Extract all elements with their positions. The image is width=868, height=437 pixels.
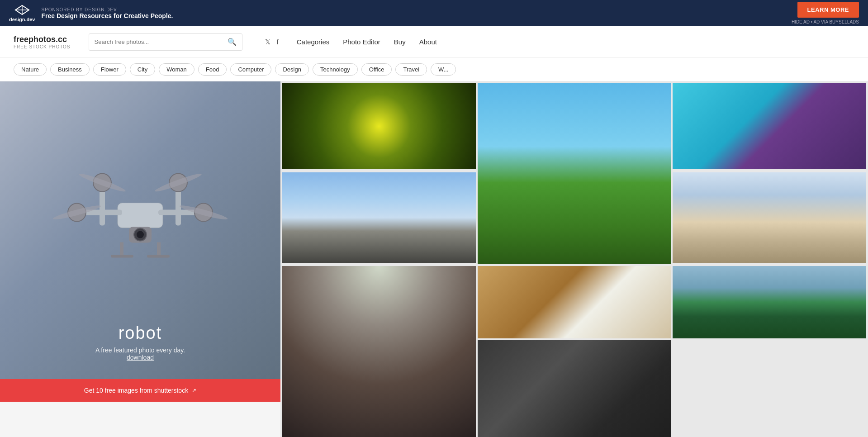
category-tag-office[interactable]: Office [361,63,392,76]
ad-logo: design.dev [9,4,35,22]
photo-lake[interactable] [673,266,866,338]
category-tag-food[interactable]: Food [198,63,227,76]
hero-section: robot A free featured photo every day. d… [0,81,280,379]
nav-categories[interactable]: Categories [297,38,330,46]
design-dev-logo-icon [14,4,30,17]
external-link-icon: ↗ [192,387,196,394]
hero-title: robot [95,323,185,343]
hero-download-link[interactable]: download [95,354,185,361]
photo-trees[interactable] [282,266,476,437]
ad-tagline: Free Design Resources for Creative Peopl… [41,12,173,19]
left-section: robot A free featured photo every day. d… [0,81,280,437]
nav-links: Categories Photo Editor Buy About [297,38,437,46]
ad-logo-text: design.dev [9,17,35,22]
twitter-link[interactable]: 𝕏 [265,38,270,46]
category-tag-technology[interactable]: Technology [313,63,358,76]
ad-left: design.dev SPONSORED BY DESIGN.DEV Free … [9,4,173,22]
category-tag-travel[interactable]: Travel [395,63,427,76]
svg-rect-3 [118,203,163,228]
site-logo[interactable]: freephotos.cc [14,35,67,44]
category-tag-design[interactable]: Design [275,63,308,76]
photo-boardwalk[interactable] [673,172,866,263]
hero-text: robot A free featured photo every day. d… [95,323,185,379]
learn-more-button[interactable]: LEARN MORE [797,2,859,18]
photo-notebook[interactable] [673,83,866,169]
category-tag-w[interactable]: W... [431,63,456,76]
shutterstock-text: Get 10 free images from shutterstock [84,387,188,394]
categories-row: NatureBusinessFlowerCityWomanFoodCompute… [0,58,868,81]
nav-social: 𝕏 f [265,38,279,46]
photo-kiwi[interactable] [282,83,476,169]
search-input[interactable] [89,38,222,45]
svg-rect-19 [120,242,123,256]
content-area: robot A free featured photo every day. d… [0,81,868,437]
shutterstock-bar[interactable]: Get 10 free images from shutterstock ↗ [0,379,280,402]
drone-illustration [32,131,249,303]
nav-about[interactable]: About [419,38,437,46]
sponsored-label: SPONSORED BY DESIGN.DEV [41,7,173,12]
category-tag-computer[interactable]: Computer [230,63,271,76]
site-tagline: FREE STOCK PHOTOS [14,44,71,49]
hero-description: A free featured photo every day. [95,347,185,354]
svg-point-18 [137,231,144,238]
ad-banner: design.dev SPONSORED BY DESIGN.DEV Free … [0,0,868,26]
nav-bar: freephotos.cc FREE STOCK PHOTOS 🔍 𝕏 f Ca… [0,26,868,58]
photo-car[interactable] [478,340,671,437]
category-tag-flower[interactable]: Flower [93,63,126,76]
photo-rollercoaster[interactable] [282,172,476,263]
svg-rect-20 [157,242,161,256]
nav-photo-editor[interactable]: Photo Editor [343,38,380,46]
search-bar: 🔍 [89,33,242,51]
nav-buy[interactable]: Buy [394,38,406,46]
category-tag-business[interactable]: Business [50,63,90,76]
svg-rect-22 [147,255,170,258]
category-tag-nature[interactable]: Nature [14,63,47,76]
ad-text: SPONSORED BY DESIGN.DEV Free Design Reso… [41,7,173,19]
category-tag-city[interactable]: City [130,63,155,76]
category-tag-woman[interactable]: Woman [159,63,194,76]
photo-bar[interactable] [478,266,671,338]
svg-rect-21 [111,255,133,258]
logo-area: freephotos.cc FREE STOCK PHOTOS [14,35,71,49]
search-button[interactable]: 🔍 [222,38,242,46]
photo-nature[interactable] [478,83,671,264]
facebook-link[interactable]: f [277,38,279,46]
hide-ad-label[interactable]: HIDE AD • AD VIA BUYSELLADS [792,19,859,24]
photo-grid [280,81,868,437]
